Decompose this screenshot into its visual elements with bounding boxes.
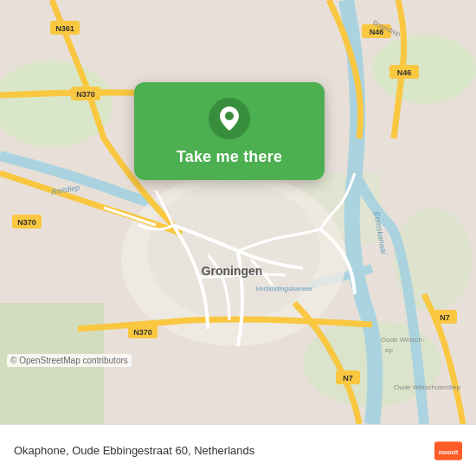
svg-text:Verbindingskanaal: Verbindingskanaal: [255, 285, 312, 293]
svg-text:Oude Winsch-: Oude Winsch-: [381, 336, 425, 344]
address-label: Okaphone, Oude Ebbingestraat 60, Netherl…: [14, 444, 434, 457]
svg-text:moovit: moovit: [439, 448, 459, 454]
svg-text:N46: N46: [397, 68, 412, 77]
svg-text:N370: N370: [17, 218, 36, 227]
svg-text:ep: ep: [385, 346, 393, 354]
svg-text:Groningen: Groningen: [202, 264, 263, 278]
svg-text:Oude Winschoterdiep: Oude Winschoterdiep: [394, 383, 460, 391]
map-container: N361 N370 N370 N370 N46 N46 N7 N7 Reitdi…: [0, 0, 476, 424]
copyright-notice: © OpenStreetMap contributors: [7, 354, 132, 367]
svg-text:N7: N7: [343, 374, 353, 383]
location-pin-icon: [209, 98, 250, 139]
svg-text:N361: N361: [55, 24, 74, 33]
bottom-bar: Okaphone, Oude Ebbingestraat 60, Netherl…: [0, 424, 476, 476]
map-popup[interactable]: Take me there: [134, 82, 325, 180]
svg-text:N370: N370: [133, 328, 152, 337]
svg-point-2: [372, 35, 476, 104]
svg-text:N370: N370: [76, 90, 95, 99]
take-me-there-label: Take me there: [177, 148, 282, 166]
svg-point-34: [225, 112, 234, 120]
svg-text:N7: N7: [440, 313, 450, 322]
moovit-logo: moovit: [434, 437, 462, 465]
moovit-logo-icon: moovit: [434, 437, 462, 465]
